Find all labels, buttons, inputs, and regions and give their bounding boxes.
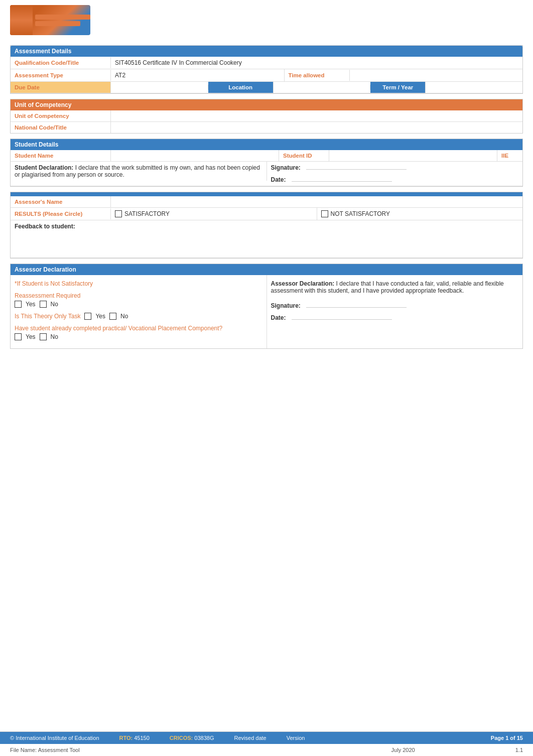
revised-date-item: Revised date bbox=[234, 735, 266, 741]
unit-competency-section: Unit of Competency Unit of Competency Na… bbox=[10, 99, 523, 134]
date-row: Date: bbox=[271, 176, 519, 183]
assessor-declaration-header: Assessor Declaration bbox=[11, 264, 522, 275]
footer-top-bar: © International Institute of Education R… bbox=[0, 732, 533, 744]
not-satisfactory-item: *If Student is Not Satisfactory bbox=[15, 280, 262, 287]
copyright-text: © International Institute of Education bbox=[10, 735, 99, 741]
theory-no-label: No bbox=[120, 313, 128, 320]
student-id-label: Student ID bbox=[279, 150, 329, 161]
not-satisfactory-checkbox[interactable] bbox=[321, 210, 328, 217]
assessment-details-title: Assessment Details bbox=[15, 48, 71, 55]
assessor-declaration-left: *If Student is Not Satisfactory Reassess… bbox=[11, 275, 267, 348]
qualification-row: Qualification Code/Title SIT40516 Certif… bbox=[11, 57, 522, 69]
logo-line-1 bbox=[35, 15, 90, 20]
reassessment-checkboxes: Yes No bbox=[15, 301, 262, 308]
practical-no-label: No bbox=[51, 333, 58, 340]
practical-no-checkbox[interactable] bbox=[40, 333, 47, 340]
term-year-label: Term / Year bbox=[370, 82, 426, 93]
due-date-row: Due Date Location Term / Year bbox=[11, 82, 522, 93]
declaration-text: Student Declaration: I declare that the … bbox=[11, 162, 267, 181]
theory-only-item: Is This Theory Only Task Yes No bbox=[15, 313, 262, 320]
reassessment-no-checkbox[interactable] bbox=[40, 301, 47, 308]
national-code-label: National Code/Title bbox=[11, 122, 111, 133]
signature-row: Signature: bbox=[271, 164, 519, 171]
footer: © International Institute of Education R… bbox=[0, 731, 533, 756]
assessor-signature-row: Signature: bbox=[271, 302, 519, 309]
theory-yes-label: Yes bbox=[95, 313, 105, 320]
satisfactory-checkbox[interactable] bbox=[115, 210, 122, 217]
footer-bottom-bar: File Name: Assessment Tool July 2020 1.1 bbox=[0, 744, 533, 756]
assessment-type-row: Assessment Type AT2 Time allowed bbox=[11, 69, 522, 82]
filename-label: File Name: Assessment Tool bbox=[10, 747, 80, 753]
signature-value bbox=[306, 169, 407, 170]
logo-line-2 bbox=[35, 21, 80, 26]
declaration-row: Student Declaration: I declare that the … bbox=[11, 162, 522, 186]
logo-image bbox=[10, 5, 90, 35]
unit-competency-value bbox=[111, 110, 522, 121]
unit-competency-label: Unit of Competency bbox=[11, 110, 111, 121]
time-allowed-label: Time allowed bbox=[285, 70, 350, 81]
reassessment-yes-checkbox[interactable] bbox=[15, 301, 22, 308]
assessor-declaration-body: *If Student is Not Satisfactory Reassess… bbox=[11, 275, 522, 348]
main-content: Assessment Details Qualification Code/Ti… bbox=[0, 40, 533, 545]
reassessment-no-label: No bbox=[51, 301, 58, 308]
reassessment-yes-label: Yes bbox=[26, 301, 36, 308]
assessor-name-label: Assessor's Name bbox=[11, 196, 111, 207]
not-satisfactory-label: NOT SATISFACTORY bbox=[331, 210, 390, 217]
theory-only-row: Is This Theory Only Task Yes No bbox=[15, 313, 262, 320]
feedback-label: Feedback to student: bbox=[11, 220, 522, 232]
unit-header-title: Unit of Competency bbox=[15, 101, 71, 108]
student-name-value bbox=[111, 150, 279, 161]
due-date-label: Due Date bbox=[11, 82, 111, 93]
cricos-item: CRICOS: 03838G bbox=[170, 735, 214, 741]
page-number: Page 1 of 15 bbox=[491, 735, 523, 741]
assessor-declaration-right: Assessor Declaration: I declare that I h… bbox=[267, 275, 523, 348]
qual-label: Qualification Code/Title bbox=[11, 57, 111, 68]
student-name-label: Student Name bbox=[11, 150, 111, 161]
feedback-row: Feedback to student: bbox=[11, 220, 522, 258]
footer-date: July 2020 bbox=[391, 747, 415, 753]
qual-value: SIT40516 Certificate IV In Commercial Co… bbox=[111, 57, 522, 69]
assessor-date-row: Date: bbox=[271, 314, 519, 321]
assessor-section: Assessor's Name RESULTS (Please Circle) … bbox=[10, 192, 523, 259]
results-row: RESULTS (Please Circle) SATISFACTORY NOT… bbox=[11, 208, 522, 220]
unit-competency-header: Unit of Competency bbox=[11, 99, 522, 110]
feedback-content bbox=[11, 232, 522, 258]
header bbox=[0, 0, 533, 40]
assessment-details-section: Assessment Details Qualification Code/Ti… bbox=[10, 45, 523, 94]
theory-yes-checkbox[interactable] bbox=[84, 313, 91, 320]
assessor-declaration-section: Assessor Declaration *If Student is Not … bbox=[10, 264, 523, 349]
satisfactory-option: SATISFACTORY bbox=[111, 208, 317, 220]
iie-label: IIE bbox=[497, 150, 522, 161]
practical-yes-label: Yes bbox=[26, 333, 36, 340]
page-wrapper: Assessment Details Qualification Code/Ti… bbox=[0, 0, 533, 756]
logo-text bbox=[35, 15, 90, 26]
practical-item: Have student already completed practical… bbox=[15, 325, 262, 340]
national-code-row: National Code/Title bbox=[11, 122, 522, 133]
assessor-name-row: Assessor's Name bbox=[11, 196, 522, 208]
location-value bbox=[274, 85, 371, 90]
practical-yes-checkbox[interactable] bbox=[15, 333, 22, 340]
right-declaration-text: Assessor Declaration: I declare that I h… bbox=[271, 280, 519, 294]
assessor-header bbox=[11, 192, 522, 196]
satisfactory-label: SATISFACTORY bbox=[124, 210, 170, 217]
practical-label: Have student already completed practical… bbox=[15, 325, 262, 332]
location-label: Location bbox=[208, 82, 274, 93]
student-name-row: Student Name Student ID IIE bbox=[11, 150, 522, 162]
due-date-value bbox=[111, 85, 208, 90]
version-item: Version bbox=[287, 735, 305, 741]
student-details-section: Student Details Student Name Student ID … bbox=[10, 139, 523, 187]
reassessment-label: Reassessment Required bbox=[15, 292, 262, 299]
theory-no-checkbox[interactable] bbox=[109, 313, 116, 320]
results-label: RESULTS (Please Circle) bbox=[11, 208, 111, 219]
theory-only-label: Is This Theory Only Task bbox=[15, 313, 80, 320]
assessment-details-header: Assessment Details bbox=[11, 46, 522, 57]
unit-code-row: Unit of Competency bbox=[11, 110, 522, 122]
assessment-type-label: Assessment Type bbox=[11, 70, 111, 81]
declaration-right: Signature: Date: bbox=[267, 162, 523, 186]
rto-item: RTO: 45150 bbox=[119, 735, 150, 741]
term-year-value bbox=[426, 85, 522, 90]
footer-version: 1.1 bbox=[515, 747, 523, 753]
practical-checkboxes: Yes No bbox=[15, 333, 262, 340]
not-satisfactory-option: NOT SATISFACTORY bbox=[317, 208, 523, 220]
national-code-value bbox=[111, 122, 522, 133]
